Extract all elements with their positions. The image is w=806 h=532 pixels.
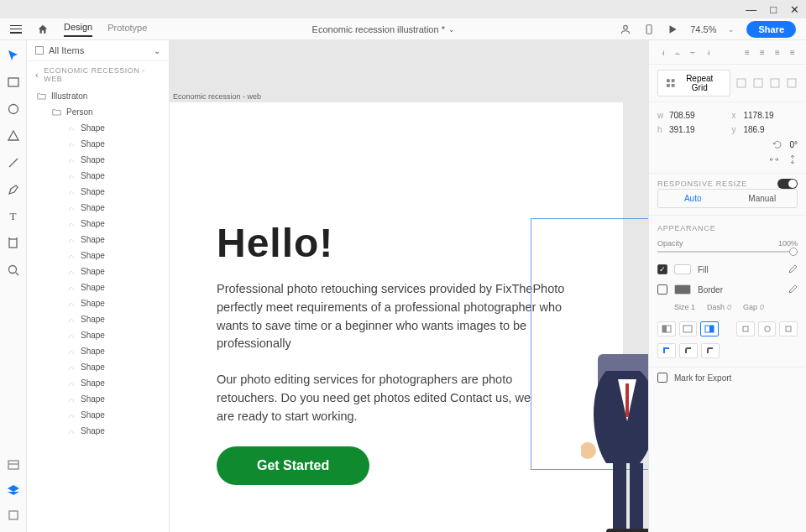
cap-round-icon[interactable]	[758, 321, 777, 336]
align-bottom-icon[interactable]: ≡	[786, 45, 799, 59]
subtract-icon[interactable]	[752, 77, 764, 89]
layer-shape[interactable]: Shape	[27, 248, 169, 263]
chevron-down-icon[interactable]: ⌄	[728, 25, 735, 34]
border-checkbox[interactable]	[657, 284, 667, 295]
align-right-icon[interactable]: ⫟	[686, 45, 699, 59]
intersect-icon[interactable]	[769, 77, 781, 89]
responsive-toggle[interactable]	[777, 179, 798, 189]
resize-mode[interactable]: Auto Manual	[657, 189, 798, 208]
distribute-v-icon[interactable]: ≡	[756, 45, 769, 59]
align-center-h-icon[interactable]: ⫠	[671, 45, 684, 59]
join-bevel-icon[interactable]	[701, 343, 720, 358]
layer-shape[interactable]: Shape	[27, 232, 169, 248]
pen-tool[interactable]	[7, 183, 20, 196]
canvas[interactable]: Economic recession - web Hello! Professi…	[170, 40, 648, 532]
window-maximize[interactable]: □	[770, 3, 777, 16]
line-tool[interactable]	[7, 156, 20, 170]
layers-panel-icon[interactable]	[7, 483, 20, 497]
add-icon[interactable]	[735, 77, 747, 89]
layers-filter[interactable]: All Items ⌄	[27, 40, 169, 61]
rotate-icon[interactable]	[772, 139, 782, 149]
eyedropper-icon[interactable]	[788, 264, 798, 274]
layer-shape[interactable]: Shape	[27, 216, 169, 232]
tab-prototype[interactable]: Prototype	[107, 23, 147, 36]
document-title[interactable]: Economic recession illustration * ⌄	[147, 24, 620, 34]
height-value[interactable]: 391.19	[669, 125, 695, 134]
home-icon[interactable]	[37, 23, 49, 35]
layer-shape[interactable]: Shape	[27, 423, 169, 439]
layer-folder[interactable]: Illustraton	[27, 88, 169, 104]
tab-design[interactable]: Design	[64, 22, 92, 37]
window-minimize[interactable]: —	[746, 3, 756, 16]
artboard-label[interactable]: Economic recession - web	[170, 92, 623, 101]
eyedropper-icon[interactable]	[788, 284, 798, 295]
play-icon[interactable]	[667, 23, 678, 35]
stroke-inner-icon[interactable]	[657, 321, 676, 336]
x-value[interactable]: 1178.19	[744, 111, 774, 120]
align-middle-icon[interactable]: ≡	[771, 45, 784, 59]
layer-shape[interactable]: Shape	[27, 200, 169, 216]
layer-shape[interactable]: Shape	[27, 279, 169, 295]
rotation-value[interactable]: 0°	[789, 140, 798, 149]
export-checkbox[interactable]	[657, 373, 667, 383]
layer-shape[interactable]: Shape	[27, 184, 169, 200]
layer-shape[interactable]: Shape	[27, 295, 169, 311]
plugins-panel-icon[interactable]	[7, 509, 20, 522]
opacity-slider[interactable]	[657, 251, 798, 253]
device-icon[interactable]	[643, 23, 655, 35]
share-button[interactable]: Share	[746, 21, 796, 38]
flip-h-icon[interactable]	[769, 154, 779, 164]
layer-shape[interactable]: Shape	[27, 375, 169, 391]
align-left-icon[interactable]: ⫞	[656, 45, 669, 59]
artboard[interactable]: Hello! Professional photo retouching ser…	[170, 102, 623, 532]
join-miter-icon[interactable]	[657, 343, 676, 358]
layer-folder[interactable]: Person	[27, 104, 169, 120]
rectangle-tool[interactable]	[7, 76, 20, 89]
layer-shape[interactable]: Shape	[27, 136, 169, 152]
layer-shape[interactable]: Shape	[27, 359, 169, 375]
window-close[interactable]: ✕	[790, 3, 799, 16]
menu-icon[interactable]	[10, 25, 22, 34]
stroke-center-icon[interactable]	[679, 321, 698, 336]
stroke-size[interactable]: 1	[691, 303, 695, 311]
cap-square-icon[interactable]	[779, 321, 798, 336]
repeat-grid-button[interactable]: Repeat Grid	[657, 70, 730, 96]
layer-shape[interactable]: Shape	[27, 327, 169, 343]
cap-butt-icon[interactable]	[736, 321, 755, 336]
layer-shape[interactable]: Shape	[27, 343, 169, 359]
zoom-level[interactable]: 74.5%	[690, 24, 716, 34]
layer-shape[interactable]: Shape	[27, 311, 169, 327]
zoom-tool[interactable]	[7, 263, 20, 277]
align-top-icon[interactable]: ⫞	[701, 45, 714, 59]
layer-shape[interactable]: Shape	[27, 391, 169, 407]
join-round-icon[interactable]	[679, 343, 698, 358]
assets-panel-icon[interactable]	[7, 458, 20, 472]
fill-swatch[interactable]	[674, 264, 691, 274]
stroke-outer-icon[interactable]	[700, 321, 719, 336]
resize-auto[interactable]: Auto	[658, 190, 728, 207]
exclude-icon[interactable]	[786, 77, 798, 89]
text-tool[interactable]: T	[7, 210, 20, 223]
stroke-gap[interactable]: 0	[760, 303, 764, 311]
artboard-tool[interactable]	[7, 237, 20, 250]
select-tool[interactable]	[7, 49, 20, 62]
flip-v-icon[interactable]	[788, 154, 798, 164]
layer-shape[interactable]: Shape	[27, 120, 169, 136]
polygon-tool[interactable]	[7, 129, 20, 143]
width-value[interactable]: 708.59	[669, 111, 695, 120]
fill-checkbox[interactable]: ✓	[657, 264, 667, 274]
layer-shape[interactable]: Shape	[27, 152, 169, 168]
layer-shape[interactable]: Shape	[27, 407, 169, 423]
layer-shape[interactable]: Shape	[27, 263, 169, 279]
layer-shape[interactable]: Shape	[27, 168, 169, 184]
border-swatch[interactable]	[674, 284, 691, 295]
breadcrumb[interactable]: ‹ ECONOMIC RECESSION - WEB	[27, 61, 169, 88]
stroke-dash[interactable]: 0	[727, 303, 731, 311]
y-value[interactable]: 186.9	[744, 125, 765, 134]
user-icon[interactable]	[620, 23, 631, 35]
svg-rect-31	[765, 326, 770, 331]
ellipse-tool[interactable]	[7, 102, 20, 116]
resize-manual[interactable]: Manual	[728, 190, 798, 207]
distribute-h-icon[interactable]: ≡	[741, 45, 754, 59]
opacity-value[interactable]: 100%	[778, 239, 798, 248]
